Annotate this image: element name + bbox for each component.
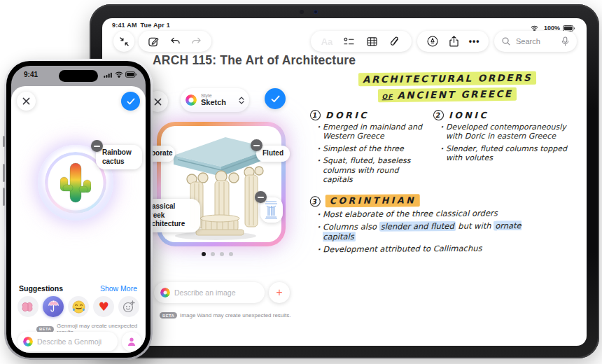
remove-genmoji-tag-button[interactable] — [91, 140, 103, 152]
wifi-icon — [115, 71, 123, 78]
volume-up-button — [3, 164, 5, 182]
doric-heading: DORIC — [326, 110, 369, 120]
text-format-button[interactable]: Aa — [321, 36, 333, 47]
action-button — [3, 136, 5, 147]
undo-button[interactable] — [169, 35, 181, 48]
ipad-status-time: 9:41 AM — [112, 22, 137, 29]
genmoji-sparkle-icon — [23, 337, 33, 346]
show-more-link[interactable]: Show More — [100, 284, 137, 293]
mic-icon[interactable] — [559, 35, 571, 48]
checklist-icon[interactable] — [343, 35, 356, 48]
add-genmoji-icon[interactable] — [118, 296, 139, 317]
rainbow-cactus-emoji — [60, 162, 91, 205]
genmoji-accept-button[interactable] — [121, 92, 140, 111]
doric-bullet: Emerged in mainland and Western Greece — [317, 122, 428, 141]
person-genmoji-button[interactable] — [122, 332, 141, 351]
notes-heading-line1: ARCHITECTURAL ORDERS — [310, 71, 584, 85]
actions-toolbar-group: ••• — [417, 31, 489, 52]
corinthian-bullet: Columns also slender and fluted but with… — [317, 220, 548, 241]
ionic-bullet: Developed contemporaneously with Doric i… — [440, 122, 573, 141]
person-icon — [127, 337, 136, 346]
dynamic-island — [59, 70, 98, 82]
beta-badge: BETA — [160, 312, 177, 318]
doric-bullet: Squat, fluted, baseless columns with rou… — [317, 156, 428, 184]
corinthian-heading: CORINTHIAN — [326, 195, 420, 208]
corinthian-bullet: Development attributed to Callimachus — [317, 243, 548, 254]
heart-emoji[interactable]: ♥ — [93, 296, 114, 317]
table-icon[interactable] — [366, 35, 379, 48]
genmoji-tag[interactable]: Rainbow cactus — [96, 145, 142, 169]
add-description-button[interactable]: + — [269, 282, 290, 303]
suggestion-row: ♥ — [18, 296, 139, 317]
iphone-status-time: 9:41 — [24, 71, 38, 78]
image-playground-icon — [160, 288, 170, 298]
ipad-status-bar: 9:41 AMTue Apr 1 — [112, 22, 170, 29]
handwritten-notes: ARCHITECTURAL ORDERS OFANCIENT GREECE 1D… — [310, 73, 584, 257]
redo-button[interactable] — [190, 35, 203, 48]
close-icon — [22, 97, 30, 105]
remove-tag-fluted-button[interactable] — [251, 139, 262, 151]
search-placeholder: Search — [516, 37, 555, 46]
image-wand-disclaimer: BETA Image Wand may create unexpected re… — [160, 312, 291, 318]
ionic-section: 2IONIC Developed contemporaneously with … — [433, 110, 573, 187]
signal-icon — [104, 72, 113, 78]
collapse-icon — [118, 35, 130, 48]
brain-emoji[interactable] — [18, 296, 38, 317]
corinthian-bullet: Most elaborate of the three classical or… — [317, 208, 548, 219]
suggestions-label: Suggestions — [19, 284, 63, 293]
disclaimer-text: Image Wand may create unexpected results… — [180, 312, 290, 318]
genmoji-close-button[interactable] — [17, 92, 36, 111]
describe-image-placeholder: Describe an image — [174, 288, 236, 297]
style-picker[interactable]: Style Sketch — [181, 88, 249, 112]
markup-icon[interactable] — [426, 35, 439, 48]
iphone-status-bar: 9:41 — [11, 69, 146, 82]
plus-icon: + — [276, 287, 282, 298]
describe-image-field[interactable]: Describe an image — [154, 282, 265, 303]
edit-toolbar-group — [139, 31, 211, 52]
describe-genmoji-placeholder: Describe a Genmoji — [37, 337, 102, 346]
genmoji-sheet: Rainbow cactus Suggestions Show More — [11, 86, 146, 353]
style-caption: Style — [201, 93, 226, 98]
checkmark-icon — [271, 95, 280, 103]
search-icon — [500, 35, 512, 48]
image-wand-accept-button[interactable] — [265, 88, 286, 109]
remove-sketch-button[interactable] — [255, 191, 267, 203]
column-sketch-icon — [262, 200, 280, 220]
joy-emoji[interactable] — [68, 296, 89, 317]
iphone-screen: 9:41 — [11, 66, 146, 353]
ipad-status-date: Tue Apr 1 — [141, 22, 170, 29]
doric-bullet: Simplest of the three — [317, 144, 428, 153]
ipad-device: 9:41 AMTue Apr 1 100% — [90, 4, 599, 358]
ionic-heading: IONIC — [449, 110, 489, 120]
paperclip-icon[interactable] — [388, 35, 401, 48]
volume-down-button — [3, 188, 5, 206]
share-icon[interactable] — [447, 35, 460, 48]
compose-button[interactable] — [148, 35, 160, 48]
variant-page-dots[interactable] — [202, 252, 233, 256]
close-icon — [154, 98, 162, 106]
more-button[interactable]: ••• — [469, 36, 480, 46]
image-playground-icon — [186, 94, 197, 106]
ionic-bullet: Slender, fluted columns topped with volu… — [440, 144, 573, 163]
ipad-screen: 9:41 AMTue Apr 1 100% — [102, 18, 587, 346]
note-title: ARCH 115: The Art of Architecture — [153, 53, 356, 68]
ipad-front-camera — [300, 9, 342, 15]
iphone-device: 9:41 — [4, 59, 153, 360]
checkmark-icon — [127, 98, 135, 105]
marketing-canvas: 9:41 AMTue Apr 1 100% — [0, 0, 602, 364]
notes-heading-line2: OFANCIENT GREECE — [310, 87, 584, 102]
collapse-toolbar-button[interactable] — [113, 31, 134, 52]
iphone-bezel: 9:41 — [6, 61, 150, 358]
battery-icon — [125, 71, 137, 78]
corinthian-section: 3CORINTHIAN Most elaborate of the three … — [310, 193, 585, 255]
chevron-up-down-icon — [239, 97, 244, 104]
format-toolbar-group: Aa — [311, 31, 412, 52]
doric-section: 1DORIC Emerged in mainland and Western G… — [310, 110, 428, 187]
style-value: Sketch — [201, 98, 226, 107]
describe-genmoji-field[interactable]: Describe a Genmoji — [18, 332, 118, 351]
search-field[interactable]: Search — [494, 31, 577, 52]
umbrella-emoji-selected[interactable] — [43, 296, 64, 317]
